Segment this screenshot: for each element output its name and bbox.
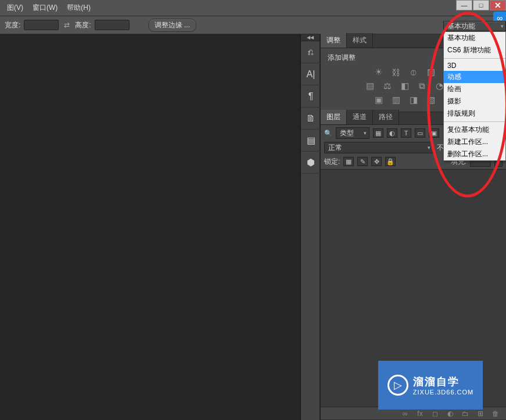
ws-item-typography[interactable]: 排版规则 xyxy=(444,107,505,120)
filter-type-dropdown[interactable]: 类型 xyxy=(336,127,369,139)
ws-item-delete[interactable]: 删除工作区... xyxy=(444,148,505,160)
ws-item-motion[interactable]: 动感 xyxy=(444,71,505,83)
filter-shape-icon[interactable]: ▭ xyxy=(415,128,425,138)
menu-separator xyxy=(444,121,505,122)
menu-window[interactable]: 窗口(W) xyxy=(28,1,62,15)
ws-item-new[interactable]: 新建工作区... xyxy=(444,136,505,148)
invert-icon[interactable]: ▣ xyxy=(373,94,385,106)
levels-icon[interactable]: ⛓ xyxy=(390,66,402,78)
minimize-button[interactable]: — xyxy=(456,0,472,10)
ws-item-photography[interactable]: 摄影 xyxy=(444,95,505,107)
swap-dimensions-icon[interactable]: ⇄ xyxy=(62,20,71,30)
ws-item-basic[interactable]: 基本功能 xyxy=(444,32,505,44)
hue-sat-icon[interactable]: ▤ xyxy=(364,80,376,92)
curves-icon[interactable]: ⦶ xyxy=(408,66,419,78)
tab-adjustments[interactable]: 调整 xyxy=(321,33,347,48)
tab-layers[interactable]: 图层 xyxy=(321,110,347,124)
tab-paths[interactable]: 路径 xyxy=(373,110,399,124)
filter-text-icon[interactable]: T xyxy=(401,128,411,138)
posterize-icon[interactable]: ▥ xyxy=(390,94,402,106)
3d-panel-icon[interactable]: ⬢ xyxy=(301,152,321,174)
width-input[interactable] xyxy=(24,20,59,30)
height-input[interactable] xyxy=(95,20,130,30)
new-layer-icon[interactable]: ⊞ xyxy=(476,409,485,418)
menu-help[interactable]: 帮助(H) xyxy=(62,1,95,15)
fx-icon[interactable]: fx xyxy=(415,409,425,418)
canvas-area[interactable] xyxy=(0,34,300,420)
collapsed-panel-strip: ◀◀ ⎌ A| ¶ 🗎 ▤ ⬢ xyxy=(300,34,320,420)
ws-item-3d[interactable]: 3D xyxy=(444,60,505,71)
ws-item-cs6new[interactable]: CS6 新增功能 xyxy=(444,44,505,56)
window-controls: — □ ✕ xyxy=(455,0,506,10)
filter-type-search-icon[interactable]: 🔍 xyxy=(324,130,332,137)
paragraph-panel-icon[interactable]: ¶ xyxy=(301,85,321,107)
ws-item-reset[interactable]: 复位基本功能 xyxy=(444,124,505,136)
menu-bar: 图(V) 窗口(W) 帮助(H) — □ ✕ xyxy=(0,0,506,16)
menu-view[interactable]: 图(V) xyxy=(2,1,28,15)
actions-panel-icon[interactable]: ▤ xyxy=(301,130,321,152)
filter-adjust-icon[interactable]: ◐ xyxy=(387,128,397,138)
close-button[interactable]: ✕ xyxy=(490,0,506,10)
mask-icon[interactable]: ◻ xyxy=(430,409,440,418)
black-white-icon[interactable]: ◧ xyxy=(399,80,411,92)
adjustment-layer-icon[interactable]: ◐ xyxy=(446,409,455,418)
maximize-button[interactable]: □ xyxy=(473,0,489,10)
group-icon[interactable]: 🗀 xyxy=(461,409,470,418)
brightness-contrast-icon[interactable]: ☀ xyxy=(373,66,385,78)
notes-panel-icon[interactable]: 🗎 xyxy=(301,107,321,130)
lock-pixels-icon[interactable]: ✎ xyxy=(357,157,368,166)
filter-smart-icon[interactable]: ▣ xyxy=(429,128,439,138)
lock-label: 锁定: xyxy=(324,157,340,167)
width-label: 宽度: xyxy=(5,20,20,30)
height-label: 高度: xyxy=(75,20,91,30)
workspace-menu: 基本功能 CS6 新增功能 3D 动感 绘画 摄影 排版规则 复位基本功能 新建… xyxy=(443,31,506,161)
watermark-title: 溜溜自学 xyxy=(413,375,473,389)
workspace-switcher[interactable]: 基本功能 xyxy=(443,21,506,31)
photo-filter-icon[interactable]: ⧉ xyxy=(417,80,428,92)
tab-styles[interactable]: 样式 xyxy=(347,33,373,48)
lock-transparency-icon[interactable]: ▦ xyxy=(343,157,354,166)
threshold-icon[interactable]: ◨ xyxy=(408,94,419,106)
watermark: ▷ 溜溜自学 ZIXUE.3D66.COM xyxy=(378,361,483,410)
options-bar: 宽度: ⇄ 高度: 调整边缘 ... xyxy=(0,16,506,34)
lock-all-icon[interactable]: 🔒 xyxy=(385,157,396,166)
delete-layer-icon[interactable]: 🗑 xyxy=(491,409,500,418)
ws-item-painting[interactable]: 绘画 xyxy=(444,83,505,95)
menu-separator xyxy=(444,58,505,59)
color-balance-icon[interactable]: ⚖ xyxy=(382,80,393,92)
lock-position-icon[interactable]: ✥ xyxy=(371,157,382,166)
character-panel-icon[interactable]: A| xyxy=(301,63,321,85)
exposure-icon[interactable]: ▨ xyxy=(425,66,437,78)
blend-mode-dropdown[interactable]: 正常 xyxy=(324,142,433,153)
watermark-subtitle: ZIXUE.3D66.COM xyxy=(413,389,473,396)
history-panel-icon[interactable]: ⎌ xyxy=(301,41,321,63)
collapse-toggle-icon[interactable]: ◀◀ xyxy=(301,34,320,41)
tab-channels[interactable]: 通道 xyxy=(347,110,373,124)
watermark-logo-icon: ▷ xyxy=(387,375,408,396)
gradient-map-icon[interactable]: ▧ xyxy=(425,94,437,106)
link-layers-icon[interactable]: ∞ xyxy=(400,409,410,418)
filter-pixel-icon[interactable]: ▦ xyxy=(373,128,383,138)
refine-edge-button[interactable]: 调整边缘 ... xyxy=(148,19,196,32)
